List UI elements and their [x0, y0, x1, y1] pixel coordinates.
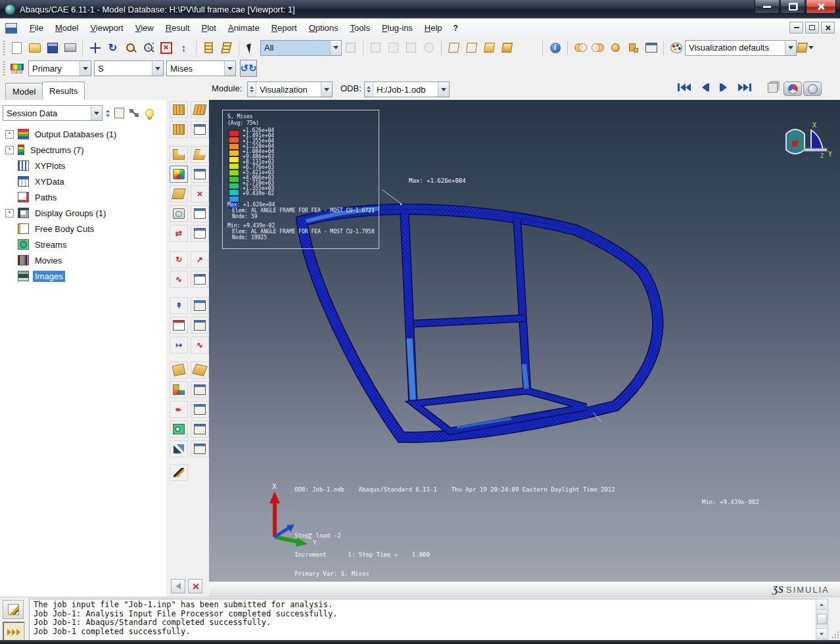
expand-icon[interactable]: + — [5, 209, 14, 218]
tool-animation-options-button[interactable] — [191, 271, 209, 288]
scroll-up-button[interactable] — [816, 599, 826, 610]
previous-frame-button[interactable] — [701, 83, 710, 92]
pan-view-button[interactable] — [86, 39, 104, 57]
tool-symbol-options-button[interactable]: ✕ — [191, 185, 209, 202]
copy-viewport-button[interactable] — [768, 83, 778, 95]
auto-fit-button[interactable]: ✕ — [157, 39, 175, 57]
menu-tools[interactable]: Tools — [344, 20, 376, 35]
spinner-icon[interactable] — [365, 82, 373, 97]
tool-plot-symbols-button[interactable] — [170, 185, 188, 202]
tool-swap-states-button[interactable]: ⇄ — [170, 225, 188, 242]
tool-orientation-options-button[interactable] — [191, 205, 209, 222]
mdi-restore-button[interactable] — [805, 22, 819, 34]
display-group-create-button[interactable] — [571, 39, 589, 57]
open-file-button[interactable] — [26, 39, 43, 57]
tool-xy-curve-button[interactable]: ∿ — [191, 336, 209, 354]
module-combo[interactable]: Visualization — [247, 81, 333, 97]
hiddenline-render-button[interactable] — [463, 39, 480, 57]
scroll-thumb[interactable] — [817, 614, 827, 624]
tool-ply-copy-button[interactable] — [191, 361, 209, 379]
magnify-view-button[interactable] — [122, 39, 139, 57]
tree-item-free-body-cuts[interactable]: Free Body Cuts — [0, 221, 166, 237]
menu-model[interactable]: Model — [49, 20, 84, 35]
menu-view[interactable]: View — [129, 20, 160, 35]
save-button[interactable] — [43, 39, 61, 57]
dropdown-arrow-icon[interactable] — [91, 106, 102, 120]
tool-free-body-manager-button[interactable] — [191, 401, 209, 418]
replace-selection-button[interactable] — [342, 39, 360, 57]
rotate-view-button[interactable]: ↻ — [104, 39, 122, 57]
viewport-canvas[interactable]: S, Mises (Avg: 75%) +1.626e+04 +1.491e+0… — [209, 100, 840, 582]
print-button[interactable] — [61, 39, 79, 57]
message-log-button[interactable] — [3, 600, 24, 619]
menu-plugins[interactable]: Plug-ins — [376, 20, 419, 35]
tree-tips-button[interactable] — [143, 107, 155, 119]
lasso-select-button[interactable] — [420, 39, 438, 57]
tool-xy-table-button[interactable] — [170, 317, 188, 334]
tool-animate-harmonic-button[interactable]: ∿ — [170, 271, 188, 288]
link-viewport-button[interactable] — [128, 107, 140, 119]
box-zoom-button[interactable] — [139, 39, 157, 57]
mdi-minimize-button[interactable] — [789, 22, 803, 34]
tree-item-spectrums[interactable]: + Spectrums (7) — [0, 142, 166, 158]
field-invariant-combo[interactable]: Mises — [166, 60, 236, 76]
tool-free-body-button[interactable]: ↞ — [170, 401, 188, 418]
menu-result[interactable]: Result — [160, 20, 196, 35]
tool-material-orientation-button[interactable] — [170, 205, 188, 222]
tool-spectrum-manager-button[interactable] — [191, 121, 209, 138]
group-select-button[interactable] — [367, 39, 385, 57]
tree-spinner[interactable] — [106, 110, 110, 117]
tool-stream-manager-button[interactable] — [191, 421, 209, 438]
tool-symbol-variable-button[interactable]: ↟ — [170, 297, 188, 314]
view-cut-manager-button[interactable] — [218, 39, 235, 57]
tree-item-streams[interactable]: Streams — [0, 237, 166, 252]
field-position-combo[interactable]: Primary — [28, 60, 91, 76]
select-cursor-button[interactable] — [243, 39, 260, 57]
menu-viewport[interactable]: Viewport — [84, 20, 129, 35]
tool-node-labels-button[interactable] — [191, 101, 209, 118]
tool-plot-contours-button[interactable] — [170, 166, 188, 183]
menu-plot[interactable]: Plot — [196, 20, 222, 35]
tool-xy-manager-button[interactable] — [191, 317, 209, 334]
display-group-ball-button[interactable] — [607, 39, 624, 57]
tree-item-images[interactable]: Images — [0, 268, 166, 284]
tree-item-paths[interactable]: Paths — [0, 189, 166, 205]
tool-plot-deformed-button[interactable] — [191, 146, 209, 163]
tool-overlay-button[interactable] — [170, 440, 188, 457]
resize-grip[interactable] — [831, 632, 839, 639]
tab-results[interactable]: Results — [42, 81, 85, 100]
dropdown-arrow-icon[interactable] — [152, 61, 163, 76]
new-file-button[interactable] — [8, 39, 26, 57]
expand-icon[interactable]: + — [5, 130, 14, 139]
tree-item-xydata[interactable]: XYData — [0, 173, 166, 189]
tool-result-options-button[interactable] — [191, 225, 209, 242]
session-data-combo[interactable]: Session Data — [3, 105, 103, 121]
tool-symbol-manager-button[interactable] — [191, 297, 209, 314]
tool-plot-undeformed-button[interactable] — [170, 146, 188, 163]
display-group-boolean-button[interactable] — [589, 39, 607, 57]
next-frame-button[interactable] — [719, 83, 728, 92]
inside-select-button[interactable] — [402, 39, 420, 57]
tree-item-display-groups[interactable]: + Display Groups (1) — [0, 205, 166, 221]
tool-view-cut-contour-button[interactable] — [170, 381, 188, 398]
dropdown-arrow-icon[interactable] — [330, 41, 341, 55]
tool-path-create-button[interactable]: ↦ — [170, 336, 188, 354]
tool-animate-history-button[interactable]: ↗ — [191, 251, 209, 268]
spinner-icon[interactable] — [248, 82, 256, 97]
tool-animate-scale-button[interactable]: ↻ — [170, 251, 188, 268]
minimize-button[interactable] — [755, 0, 780, 14]
scroll-down-button[interactable] — [816, 628, 826, 639]
display-group-manager-button[interactable] — [642, 39, 660, 57]
drag-select-button[interactable] — [385, 39, 402, 57]
display-group-blocks-button[interactable] — [624, 39, 642, 57]
command-line-button[interactable] — [3, 622, 25, 642]
tool-overlay-manager-button[interactable] — [191, 440, 209, 457]
color-code-combo[interactable]: Visualization defaults — [685, 40, 797, 56]
query-info-button[interactable]: i — [546, 39, 564, 57]
menu-animate[interactable]: Animate — [222, 20, 266, 35]
cycle-views-button[interactable]: ↕ — [175, 39, 193, 57]
dropdown-arrow-icon[interactable] — [785, 41, 796, 55]
refresh-plot-button[interactable]: ↺↻ — [240, 60, 257, 77]
message-scrollbar[interactable] — [816, 599, 828, 639]
odb-combo[interactable]: H:/Job-1.odb — [364, 81, 450, 97]
